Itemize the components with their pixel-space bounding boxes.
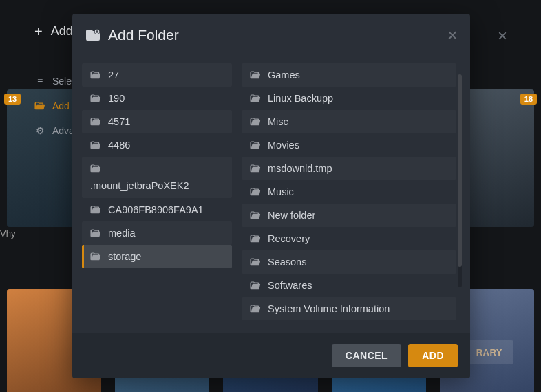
folder-item-label: msdownld.tmp — [268, 163, 332, 174]
folder-item-label: 4486 — [108, 140, 130, 151]
folder-open-icon — [250, 70, 261, 80]
folder-open-icon — [90, 117, 101, 127]
dialog-body: 2719045714486.mount_jetbraPoXEK2CA906FB8… — [72, 56, 470, 333]
folder-contents-right: GamesLinux BackuppMiscMoviesmsdownld.tmp… — [242, 63, 460, 326]
close-icon[interactable]: × — [447, 26, 458, 44]
folder-item-label: media — [108, 228, 136, 239]
folder-item-label: storage — [108, 251, 141, 262]
folder-open-icon — [250, 281, 261, 290]
scrollbar-thumb[interactable] — [458, 74, 462, 267]
folder-item-label: 27 — [108, 69, 119, 80]
folder-item[interactable] — [242, 320, 456, 326]
folder-item[interactable]: System Volume Information — [242, 297, 456, 320]
folder-item[interactable]: 27 — [82, 63, 232, 87]
folder-open-icon — [250, 304, 261, 314]
new-folder-icon — [86, 28, 101, 42]
folder-item[interactable]: 4486 — [82, 133, 232, 157]
scrollbar[interactable] — [458, 74, 462, 287]
folder-item-label: Movies — [268, 140, 299, 151]
folder-item[interactable]: Music — [242, 180, 456, 204]
folder-item[interactable]: CA906FB8906FA9A1 — [82, 198, 232, 221]
folder-open-icon — [90, 164, 101, 173]
folder-item[interactable]: New folder — [242, 204, 456, 227]
folder-item-label: Softwares — [268, 280, 312, 291]
folder-open-icon — [250, 94, 261, 103]
folder-open-icon — [90, 252, 101, 261]
folder-open-icon — [250, 140, 261, 150]
folder-open-icon — [90, 228, 101, 238]
folder-open-icon — [90, 140, 101, 150]
folder-open-icon — [250, 117, 261, 127]
folder-open-icon — [250, 210, 261, 220]
folder-open-icon — [250, 164, 261, 173]
folder-open-icon — [250, 257, 261, 267]
folder-item[interactable]: Misc — [242, 110, 456, 133]
folder-item-label: 190 — [108, 93, 125, 104]
folder-item-label: New folder — [268, 210, 315, 221]
folder-open-icon — [250, 234, 261, 243]
add-button[interactable]: ADD — [408, 344, 458, 367]
folder-item-label: Misc — [268, 116, 288, 127]
folder-item[interactable]: .mount_jetbraPoXEK2 — [82, 157, 232, 198]
folder-item-label: Recovery — [268, 233, 310, 244]
folder-item-label: 4571 — [108, 116, 130, 127]
dialog-footer: CANCEL ADD — [72, 333, 470, 378]
folder-tree-left: 2719045714486.mount_jetbraPoXEK2CA906FB8… — [82, 63, 232, 326]
folder-open-icon — [90, 70, 101, 80]
folder-item[interactable]: 4571 — [82, 110, 232, 133]
add-folder-dialog: Add Folder × 2719045714486.mount_jetbraP… — [72, 14, 470, 378]
cancel-button[interactable]: CANCEL — [332, 344, 401, 367]
folder-open-icon — [90, 205, 101, 215]
folder-item[interactable]: Softwares — [242, 274, 456, 297]
folder-item[interactable]: Linux Backupp — [242, 87, 456, 110]
folder-item-label: .mount_jetbraPoXEK2 — [90, 180, 224, 191]
folder-item-label: CA906FB8906FA9A1 — [108, 204, 204, 215]
folder-item[interactable]: 190 — [82, 87, 232, 110]
dialog-overlay: Add Folder × 2719045714486.mount_jetbraP… — [0, 0, 541, 392]
dialog-title-text: Add Folder — [108, 27, 179, 43]
folder-open-icon — [90, 94, 101, 103]
folder-item[interactable]: Seasons — [242, 250, 456, 274]
folder-item[interactable]: Recovery — [242, 227, 456, 250]
folder-item[interactable]: Movies — [242, 133, 456, 157]
dialog-header: Add Folder × — [72, 14, 470, 56]
folder-item-label: Games — [268, 69, 300, 80]
folder-item[interactable]: Games — [242, 63, 456, 87]
folder-open-icon — [250, 187, 261, 197]
folder-item-label: Linux Backupp — [268, 93, 333, 104]
folder-item[interactable]: msdownld.tmp — [242, 157, 456, 180]
folder-item[interactable]: storage — [82, 245, 232, 268]
folder-item[interactable]: media — [82, 221, 232, 245]
folder-item-label: Music — [268, 186, 294, 197]
dialog-title: Add Folder — [86, 27, 179, 43]
folder-item-label: Seasons — [268, 257, 306, 268]
folder-item-label: System Volume Information — [268, 303, 390, 314]
